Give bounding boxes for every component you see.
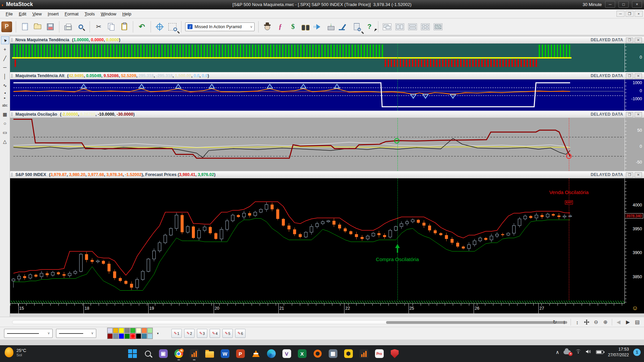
zoom-select-icon[interactable] — [167, 22, 177, 32]
taskbar-powerpoint-icon[interactable]: P — [235, 347, 246, 360]
taskbar-pro-app-icon[interactable]: Pro — [374, 347, 385, 360]
forecaster-icon[interactable] — [313, 22, 323, 32]
zoom-out-icon[interactable]: ⊖ — [592, 318, 600, 326]
vertical-line-tool[interactable]: │ — [1, 72, 9, 80]
chart-template-button-3[interactable]: ✎3 — [197, 329, 207, 338]
taskbar-video-call-app-icon[interactable]: ▣ — [158, 347, 169, 360]
color-swatch[interactable] — [147, 334, 153, 339]
cascade-windows-icon[interactable] — [382, 22, 392, 32]
notification-badge[interactable]: 1 — [633, 349, 641, 356]
child-restore-button[interactable]: ❐ — [626, 11, 634, 17]
print-icon[interactable] — [63, 22, 73, 32]
color-swatch[interactable] — [124, 328, 130, 333]
price-scale-p1[interactable]: 0 — [625, 44, 644, 72]
zigzag-tool[interactable]: ∿ — [1, 81, 9, 89]
close-button[interactable]: × — [632, 1, 642, 8]
panel-maximize-button[interactable]: ❐ — [626, 38, 633, 43]
color-swatch[interactable] — [130, 334, 136, 339]
crosshair-target-icon[interactable] — [155, 22, 165, 32]
menu-tools[interactable]: Tools — [82, 10, 98, 18]
color-swatch[interactable] — [107, 334, 113, 339]
context-help-icon[interactable]: ? — [364, 22, 374, 32]
price-scale-p2[interactable]: 10000-1000 — [625, 79, 644, 111]
weather-widget[interactable]: 25°CSol — [5, 347, 26, 357]
panel-maximize-button[interactable]: ❐ — [626, 172, 633, 178]
taskbar-metastock-alt-icon[interactable] — [358, 347, 369, 360]
onedrive-error-icon[interactable] — [564, 350, 571, 354]
color-swatch[interactable] — [142, 334, 147, 339]
horizontal-line-tool[interactable]: ─ — [1, 63, 9, 71]
page-right-icon[interactable]: ▶ — [624, 318, 632, 326]
power-console-icon[interactable]: P — [1, 21, 12, 32]
panel-close-button[interactable]: ✕ — [635, 38, 642, 43]
copy-icon[interactable] — [106, 22, 116, 32]
wifi-icon[interactable] — [575, 349, 581, 355]
crosshair-tool[interactable]: + — [1, 45, 9, 53]
ellipse-tool[interactable]: ○ — [1, 119, 9, 127]
volume-icon[interactable] — [586, 349, 592, 355]
grid-tool[interactable]: ▦ — [1, 110, 9, 118]
prev-page-tool[interactable]: ◂ — [1, 90, 9, 95]
tile-horizontal-icon[interactable] — [408, 22, 418, 32]
system-tester-icon[interactable]: $ — [288, 22, 298, 32]
taskbar-hive-app-icon[interactable]: ⬢ — [343, 347, 354, 360]
workspace-options-icon[interactable] — [433, 22, 443, 32]
chart-template-button-2[interactable]: ✎2 — [184, 329, 195, 338]
chart-template-button-4[interactable]: ✎4 — [210, 329, 220, 338]
minimize-button[interactable]: ─ — [605, 1, 615, 8]
indicator-builder-icon[interactable]: ƒ — [275, 22, 285, 32]
menu-window[interactable]: Window — [98, 10, 119, 18]
panel-header-p1[interactable]: Nova Maquineta Tendência (1.00000, 0.000… — [10, 36, 644, 44]
panel-close-button[interactable]: ✕ — [635, 172, 642, 178]
menu-edit[interactable]: Edit — [16, 10, 29, 18]
crosshair-cursor-icon[interactable]: I — [560, 318, 568, 326]
expert-advisor-icon[interactable] — [301, 22, 311, 32]
chart-template-button-5[interactable]: ✎5 — [222, 329, 233, 338]
chart-template-button-1[interactable]: ✎1 — [171, 329, 182, 338]
undo-icon[interactable]: ↶ — [137, 22, 147, 32]
menu-help[interactable]: Help — [119, 10, 135, 18]
oscillation-chart[interactable] — [10, 118, 625, 171]
menu-insert[interactable]: Insert — [45, 10, 62, 18]
explorer-icon[interactable] — [262, 22, 272, 32]
menu-file[interactable]: File — [3, 10, 16, 18]
panel-maximize-button[interactable]: ❐ — [626, 112, 633, 117]
color-swatch[interactable] — [136, 328, 141, 333]
child-minimize-button[interactable]: ─ — [616, 11, 625, 17]
taskbar-visual-studio-icon[interactable]: V — [281, 347, 292, 360]
template-select[interactable]: f Missed In Action Pyramid ˅ — [185, 22, 255, 31]
child-close-button[interactable]: × — [635, 11, 643, 17]
pointer-tool[interactable]: ► — [1, 36, 9, 44]
clock[interactable]: 17:5327/07/2022 — [608, 347, 629, 358]
color-swatch[interactable] — [107, 328, 113, 333]
line-style-select[interactable]: ˅ — [4, 329, 53, 338]
color-swatch[interactable] — [136, 334, 141, 339]
color-swatch[interactable] — [113, 328, 118, 333]
scrollbar-thumb[interactable] — [386, 321, 567, 324]
menu-format[interactable]: Format — [62, 10, 82, 18]
zoom-in-icon[interactable]: ⊕ — [601, 318, 609, 326]
taskbar-file-explorer-icon[interactable] — [204, 347, 215, 360]
color-swatch[interactable] — [113, 334, 118, 339]
taskbar-search-icon[interactable] — [142, 347, 153, 360]
triangle-tool[interactable]: △ — [1, 137, 9, 145]
taskbar-security-shield-icon[interactable] — [389, 347, 400, 360]
cut-icon[interactable]: ✂ — [94, 22, 104, 32]
tile-grid-icon[interactable] — [420, 22, 430, 32]
taskbar-word-icon[interactable]: W — [219, 347, 230, 360]
vertical-scale-icon[interactable]: ↕ — [573, 318, 581, 326]
scan-icon[interactable] — [339, 22, 349, 32]
panel-maximize-button[interactable]: ❐ — [626, 73, 633, 79]
text-tool[interactable]: abc — [1, 101, 9, 109]
open-icon[interactable] — [33, 22, 43, 32]
page-left-icon[interactable]: ◀ — [614, 318, 623, 326]
taskbar-excel-icon[interactable]: X — [297, 347, 308, 360]
panel-header-p3[interactable]: Maquineta Oscilação (-2.00000, 9.26789, … — [10, 111, 644, 118]
data-window-icon[interactable]: ▤ — [633, 318, 641, 326]
color-swatch[interactable] — [147, 328, 153, 333]
tile-vertical-icon[interactable] — [395, 22, 405, 32]
chart-template-button-6[interactable]: ✎6 — [235, 329, 246, 338]
color-swatch[interactable] — [124, 334, 130, 339]
paste-icon[interactable] — [119, 22, 129, 32]
trend-histogram-chart[interactable] — [10, 44, 625, 72]
